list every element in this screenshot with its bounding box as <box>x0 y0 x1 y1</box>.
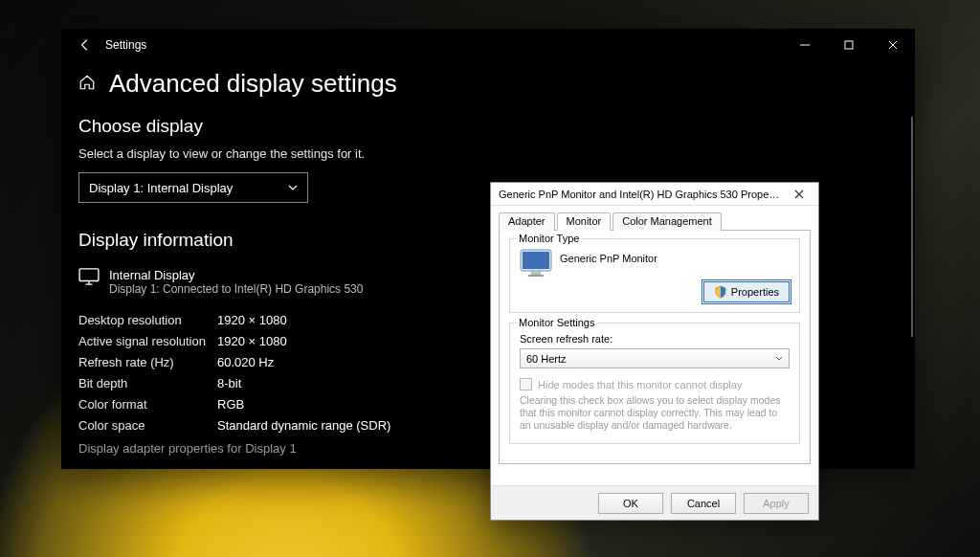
cancel-button[interactable]: Cancel <box>671 493 736 514</box>
info-value: RGB <box>217 397 244 412</box>
info-value: 60.020 Hz <box>217 355 274 369</box>
scrollbar-thumb[interactable] <box>911 117 913 337</box>
info-value: Standard dynamic range (SDR) <box>217 418 390 433</box>
maximize-button[interactable] <box>827 29 871 61</box>
hide-modes-help: Clearing this check box allows you to se… <box>520 394 790 432</box>
info-value: 8-bit <box>217 376 241 390</box>
monitor-type-name: Generic PnP Monitor <box>560 249 657 264</box>
tab-monitor[interactable]: Monitor <box>557 212 612 231</box>
arrow-left-icon <box>78 38 92 52</box>
dialog-close-button[interactable] <box>780 183 818 206</box>
settings-titlebar[interactable]: Settings <box>61 29 915 61</box>
display-selector-dropdown[interactable]: Display 1: Internal Display <box>78 172 308 203</box>
hide-modes-label: Hide modes that this monitor cannot disp… <box>538 379 742 390</box>
monitor-properties-button[interactable]: Properties <box>703 281 790 302</box>
monitor-icon <box>520 249 552 278</box>
dialog-title: Generic PnP Monitor and Intel(R) HD Grap… <box>499 189 780 200</box>
svg-rect-3 <box>523 252 549 269</box>
tab-color-management[interactable]: Color Management <box>612 212 722 231</box>
apply-button[interactable]: Apply <box>744 493 809 514</box>
info-label: Color format <box>78 397 217 412</box>
close-icon <box>794 189 804 199</box>
svg-rect-0 <box>845 41 853 49</box>
svg-rect-1 <box>79 269 99 281</box>
refresh-rate-value: 60 Hertz <box>526 353 567 365</box>
svg-rect-4 <box>531 272 541 275</box>
hide-modes-checkbox[interactable] <box>520 378 532 390</box>
info-label: Active signal resolution <box>78 334 217 348</box>
home-icon <box>78 74 96 91</box>
chevron-down-icon <box>775 356 783 361</box>
choose-display-heading: Choose display <box>78 116 898 137</box>
monitor-type-group: Monitor Type Generic PnP Monitor <box>509 238 800 313</box>
monitor-properties-button-label: Properties <box>731 286 779 298</box>
tab-panel-monitor: Monitor Type Generic PnP Monitor <box>499 230 811 464</box>
monitor-icon <box>78 268 100 285</box>
tabstrip: Adapter Monitor Color Management <box>499 212 811 231</box>
ok-button[interactable]: OK <box>598 493 663 514</box>
monitor-settings-legend: Monitor Settings <box>516 317 597 328</box>
monitor-settings-group: Monitor Settings Screen refresh rate: 60… <box>509 323 800 444</box>
dialog-button-row: OK Cancel Apply <box>491 485 818 520</box>
tab-adapter[interactable]: Adapter <box>499 212 555 231</box>
info-label: Refresh rate (Hz) <box>78 355 217 369</box>
shield-icon <box>714 285 727 299</box>
desktop-wallpaper: Settings Advanced display settings Choos… <box>0 0 980 557</box>
chevron-down-icon <box>288 185 298 190</box>
refresh-rate-dropdown[interactable]: 60 Hertz <box>520 348 790 368</box>
info-label: Color space <box>78 418 217 433</box>
info-label: Desktop resolution <box>78 313 217 327</box>
page-title: Advanced display settings <box>109 69 397 99</box>
display-sub: Display 1: Connected to Intel(R) HD Grap… <box>109 282 363 296</box>
home-button[interactable] <box>78 74 96 94</box>
window-title: Settings <box>103 38 146 52</box>
monitor-properties-dialog: Generic PnP Monitor and Intel(R) HD Grap… <box>490 182 819 521</box>
choose-display-subtext: Select a display to view or change the s… <box>78 146 898 161</box>
minimize-button[interactable] <box>783 29 827 61</box>
close-button[interactable] <box>871 29 915 61</box>
svg-rect-5 <box>528 275 544 277</box>
monitor-type-legend: Monitor Type <box>516 233 582 244</box>
info-label: Bit depth <box>78 376 217 390</box>
display-name: Internal Display <box>109 268 363 282</box>
refresh-rate-label: Screen refresh rate: <box>520 333 790 345</box>
info-value: 1920 × 1080 <box>217 334 287 348</box>
back-button[interactable] <box>67 29 103 61</box>
info-value: 1920 × 1080 <box>217 313 287 327</box>
dialog-titlebar[interactable]: Generic PnP Monitor and Intel(R) HD Grap… <box>491 183 818 206</box>
display-selector-value: Display 1: Internal Display <box>89 181 233 195</box>
